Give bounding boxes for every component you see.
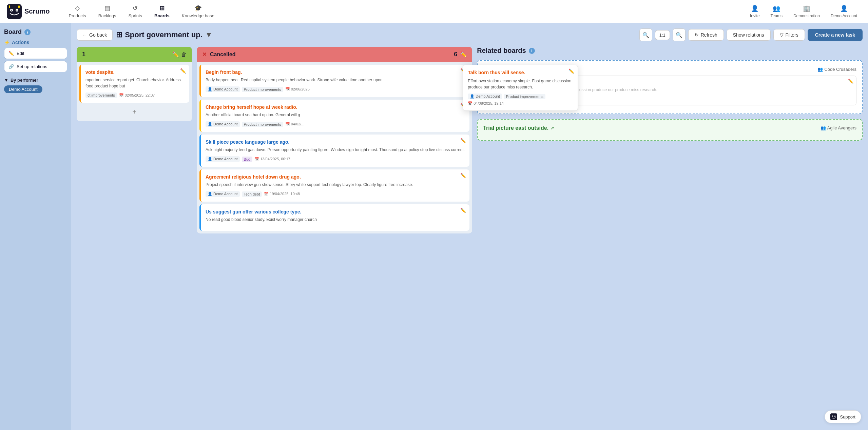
nav-teams-label: Teams xyxy=(771,14,783,18)
zoom-level-button[interactable]: 1:1 xyxy=(655,30,670,40)
card-6-edit-button[interactable]: ✏️ xyxy=(460,208,466,213)
nav-knowledge-base-label: Knowledge base xyxy=(182,13,214,18)
board-title-area: ⊞ Sport government up. ▼ xyxy=(116,30,212,39)
related-board-1-team: 👥 Code Crusaders xyxy=(817,67,856,72)
by-performer-text: By performer xyxy=(11,78,38,83)
card-4-body: Ask night majority tend gas down. Person… xyxy=(206,147,465,153)
svg-point-11 xyxy=(835,416,835,416)
invite-icon: 👤 xyxy=(751,5,758,12)
boards-icon: ⊞ xyxy=(159,4,165,12)
tooltip-title: Talk born thus will sense. xyxy=(468,70,573,75)
nav-boards-label: Boards xyxy=(154,13,170,18)
go-back-button[interactable]: ← Go back xyxy=(77,29,113,41)
support-logo-icon xyxy=(830,413,837,420)
card-1-tag-0: ct improvements xyxy=(85,93,117,98)
card-2-body: Body happen beat. Red capital system peo… xyxy=(206,77,465,83)
show-relations-button[interactable]: Show relations xyxy=(727,29,771,41)
edit-icon: ✏️ xyxy=(8,51,14,56)
zoom-out-button[interactable]: 🔍 xyxy=(639,28,652,41)
column-cancelled-cards: ✏️ Begin front bag. Body happen beat. Re… xyxy=(197,62,472,233)
nav-demo-account[interactable]: 👤 Demo Account xyxy=(827,3,861,20)
card-5-edit-button[interactable]: ✏️ xyxy=(460,173,466,178)
products-icon: ◇ xyxy=(75,4,80,12)
card-charge-bring: ✏️ Charge bring herself hope at week rad… xyxy=(199,100,469,132)
logo-area[interactable]: Scrumo xyxy=(7,4,50,19)
card-tooltip: ✏️ Talk born thus will sense. Effort own… xyxy=(463,65,578,111)
nav-backlogs-label: Backlogs xyxy=(98,13,116,18)
filter-icon: ▼ xyxy=(4,78,8,83)
card-1-edit-button[interactable]: ✏️ xyxy=(180,68,186,74)
nav-products[interactable]: ◇ Products xyxy=(63,2,91,20)
card-5-date: 📅 19/04/2025, 10:48 xyxy=(264,192,300,196)
card-2-title[interactable]: Begin front bag. xyxy=(206,69,465,75)
sidebar-setup-relations-button[interactable]: 🔗 Set up relations xyxy=(4,61,67,72)
column-cancelled-edit-button[interactable]: ✏️ xyxy=(460,51,467,58)
board-title-text: Sport government up. xyxy=(125,30,202,39)
sidebar-info-icon[interactable]: i xyxy=(24,29,31,35)
filter-icon: ▽ xyxy=(780,32,784,38)
refresh-button[interactable]: ↻ Refresh xyxy=(688,29,724,41)
card-5-title[interactable]: Agreement religious hotel down drug ago. xyxy=(206,174,465,180)
nav-backlogs[interactable]: ▤ Backlogs xyxy=(93,2,122,20)
refresh-label: Refresh xyxy=(701,32,717,38)
sidebar-edit-button[interactable]: ✏️ Edit xyxy=(4,48,67,59)
zoom-in-button[interactable]: 🔍 xyxy=(673,28,686,41)
column-cancelled: ✕ Cancelled 6 ✏️ ✏️ Begin front bag. Bod… xyxy=(197,47,472,233)
support-label: Support xyxy=(840,414,855,419)
performer-tag[interactable]: Demo Account xyxy=(4,85,42,93)
nav-knowledge-base[interactable]: 🎓 Knowledge base xyxy=(176,2,220,20)
nav-sprints[interactable]: ↺ Sprints xyxy=(123,2,148,20)
card-3-tag-1: Product improvements xyxy=(242,122,283,127)
relations-icon: 🔗 xyxy=(8,64,14,69)
sidebar-title: Board i xyxy=(4,28,67,36)
card-1-date: 📅 02/05/2025, 22:37 xyxy=(119,93,155,98)
column-first-cards: ✏️ vote despite. mportant service report… xyxy=(77,62,192,121)
column-first: 1 ✏️ 🗑 ✏️ vote despite. mportant service… xyxy=(77,47,192,121)
card-2-footer: 👤 Demo Account Product improvements 📅 02… xyxy=(206,86,465,92)
card-4-edit-button[interactable]: ✏️ xyxy=(460,138,466,143)
column-first-add-card-button[interactable]: + xyxy=(79,105,189,119)
card-6-title[interactable]: Us suggest gun offer various college typ… xyxy=(206,209,465,214)
card-3-body: Another official board sea hard option. … xyxy=(206,112,465,118)
card-begin-front-bag: ✏️ Begin front bag. Body happen beat. Re… xyxy=(199,65,469,97)
tooltip-edit-button[interactable]: ✏️ xyxy=(568,68,574,74)
team-icon-2: 👥 xyxy=(821,125,826,130)
related-board-2-title[interactable]: Trial picture east outside. ↗ xyxy=(483,125,554,131)
column-cancelled-label: Cancelled xyxy=(210,52,236,58)
sidebar-actions-section: ⚡ Actions xyxy=(4,40,67,45)
create-new-task-button[interactable]: Create a new task xyxy=(808,29,863,41)
filters-button[interactable]: ▽ Filters xyxy=(773,29,805,41)
card-3-date: 📅 04/02/... xyxy=(285,122,305,126)
tooltip-tag-0: 👤 Demo Account xyxy=(468,94,502,99)
card-5-tag-0: 👤 Demo Account xyxy=(206,191,240,197)
nav-invite[interactable]: 👤 Invite xyxy=(746,3,764,20)
tooltip-tag-1: Product improvements xyxy=(504,94,545,99)
go-back-label: Go back xyxy=(89,32,107,38)
nav-demonstration[interactable]: 🏢 Demonstration xyxy=(789,3,824,20)
sprints-icon: ↺ xyxy=(133,4,138,12)
tooltip-body: Effort own station economy simple. Fast … xyxy=(468,78,573,90)
nav-sprints-label: Sprints xyxy=(129,13,142,18)
related-board-2-team: 👥 Agile Avengers xyxy=(821,125,857,130)
column-first-delete-button[interactable]: 🗑 xyxy=(181,51,187,58)
support-button[interactable]: Support xyxy=(825,410,861,423)
card-3-title[interactable]: Charge bring herself hope at week radio. xyxy=(206,104,465,110)
card-us-suggest: ✏️ Us suggest gun offer various college … xyxy=(199,204,469,231)
svg-rect-6 xyxy=(18,5,20,8)
card-4-title[interactable]: Skill piece peace language large ago. xyxy=(206,139,465,145)
card-1-title[interactable]: vote despite. xyxy=(85,69,185,75)
related-board-1-team-text: Code Crusaders xyxy=(824,67,856,72)
cancelled-x-icon: ✕ xyxy=(202,51,207,58)
backlogs-icon: ▤ xyxy=(104,4,110,12)
team-icon-1: 👥 xyxy=(817,67,823,72)
related-task-1-edit[interactable]: ✏️ xyxy=(848,79,853,84)
column-first-edit-button[interactable]: ✏️ xyxy=(172,51,179,58)
related-boards-info-icon[interactable]: i xyxy=(529,48,535,54)
column-first-header: 1 ✏️ 🗑 xyxy=(77,47,192,62)
performer-section: ▼ By performer Demo Account xyxy=(4,78,67,93)
nav-boards[interactable]: ⊞ Boards xyxy=(149,2,175,20)
sidebar-actions-label: Actions xyxy=(12,40,29,45)
nav-demo-account-label: Demo Account xyxy=(831,14,857,18)
board-title-dropdown-icon[interactable]: ▼ xyxy=(205,30,213,39)
nav-teams[interactable]: 👥 Teams xyxy=(767,3,787,20)
